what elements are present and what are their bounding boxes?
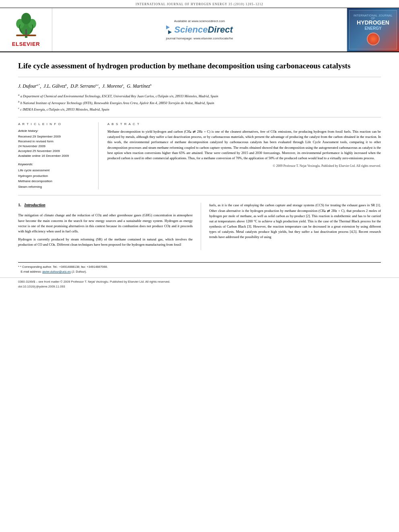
journal-homepage: journal homepage: www.elsevier.com/locat… <box>166 37 233 40</box>
footnote-email-link[interactable]: javier.dufour@urjc.es <box>42 270 71 273</box>
elsevier-tree-icon <box>12 12 40 40</box>
affiliation-a: a a Department of Chemical and Environme… <box>18 93 381 99</box>
abstract-label: A B S T R A C T <box>107 122 381 126</box>
right-banner-inner: International Journal of HYDROGEN ENERGY <box>349 10 397 49</box>
journal-title: International Journal of Hydrogen Energy… <box>136 2 263 6</box>
main-content: Life cycle assessment of hydrogen produc… <box>0 52 399 250</box>
journal-header: International Journal of Hydrogen Energy… <box>0 0 399 8</box>
footnote-corresponding-text: * Corresponding author. Tel.: +349148881… <box>20 265 108 269</box>
article-info-abstract: A R T I C L E I N F O Article history: R… <box>18 117 381 195</box>
center-banner: Available at www.sciencedirect.com Scien… <box>52 8 347 51</box>
elsevier-logo: ELSEVIER <box>0 8 52 51</box>
svg-point-4 <box>21 13 31 24</box>
author-2: J.L. Gálvez <box>43 83 65 89</box>
svg-rect-6 <box>25 29 27 36</box>
intro-para-1: The mitigation of climate change and the… <box>18 213 193 234</box>
body-left-col: 1. Introduction The mitigation of climat… <box>18 203 201 250</box>
intro-para-2: Hydrogen is currently produced by steam … <box>18 237 193 247</box>
article-info-label: A R T I C L E I N F O <box>18 122 91 126</box>
keyword-4: Steam reforming <box>18 184 91 190</box>
affiliation-c: c c IMDEA Energía, c/Tulipán s/n, 28933 … <box>18 106 381 112</box>
ije-title: International Journal of <box>351 14 395 20</box>
right-banner: International Journal of HYDROGEN ENERGY <box>347 8 399 51</box>
footnote-area: * * Corresponding author. Tel.: +3491488… <box>0 263 399 277</box>
page: International Journal of Hydrogen Energy… <box>0 0 399 532</box>
body-right-col: fuels, as it is the case of employing th… <box>201 203 381 250</box>
sciencedirect-logo: ScienceDirect <box>166 25 233 35</box>
affiliation-b: b b National Institute of Aerospace Tech… <box>18 100 381 106</box>
bottom-bar: 0360-3199/$ – see front matter © 2009 Pr… <box>0 277 399 290</box>
available-text: Available at www.sciencedirect.com <box>174 19 225 23</box>
abstract-text: Methane decomposition to yield hydrogen … <box>107 129 381 161</box>
footnote-corresponding: * * Corresponding author. Tel.: +3491488… <box>18 265 381 269</box>
sd-arrows-icon <box>166 25 172 34</box>
keyword-3: Methane decomposition <box>18 179 91 184</box>
sciencedirect-text: ScienceDirect <box>174 25 233 35</box>
authors: J. Dufoura,*, J.L. Gálvezb, D.P. Serrano… <box>18 77 381 93</box>
body-content: 1. Introduction The mitigation of climat… <box>18 195 381 250</box>
keywords-title: Keywords: <box>18 162 91 166</box>
footnote-email: E-mail address: javier.dufour@urjc.es (J… <box>18 269 381 274</box>
arrow-icon-2 <box>168 30 172 34</box>
abstract-col: A B S T R A C T Methane decomposition to… <box>99 122 381 189</box>
section1-heading: 1. Introduction <box>18 203 193 210</box>
decorative-circle <box>367 33 380 45</box>
bottom-bar-line2: doi:10.1016/j.ijhydene.2009.11.093 <box>18 284 381 289</box>
history-accepted: Accepted 25 November 2009 <box>18 149 91 154</box>
ije-energy: ENERGY <box>364 26 381 31</box>
author-4: J. Moreno <box>102 83 122 89</box>
article-title: Life cycle assessment of hydrogen produc… <box>18 52 381 77</box>
author-3: D.P. Serrano <box>70 83 95 89</box>
history-available: Available online 16 December 2009 <box>18 154 91 158</box>
article-info-col: A R T I C L E I N F O Article history: R… <box>18 122 99 189</box>
abstract-copyright: © 2009 Professor T. Nejat Veziroglu. Pub… <box>107 164 381 168</box>
intro-para-3: fuels, as it is the case of employing th… <box>209 203 381 240</box>
section1-number: 1. <box>18 203 21 207</box>
author-5: G. Martínez <box>127 83 150 89</box>
author-1: J. Dufour <box>18 83 37 89</box>
bottom-bar-line1: 0360-3199/$ – see front matter © 2009 Pr… <box>18 279 381 284</box>
ije-hydrogen: HYDROGEN <box>357 20 389 26</box>
history-revised-label: Received in revised form <box>18 139 91 144</box>
history-revised-date: 24 November 2009 <box>18 144 91 149</box>
section1-title: Introduction <box>25 203 45 207</box>
affiliations: a a Department of Chemical and Environme… <box>18 93 381 117</box>
banner-row: ELSEVIER Available at www.sciencedirect.… <box>0 8 399 52</box>
elsevier-wordmark: ELSEVIER <box>12 41 40 47</box>
keyword-2: Hydrogen production <box>18 173 91 179</box>
history-title: Article history: <box>18 129 91 133</box>
keyword-1: Life cycle assessment <box>18 168 91 173</box>
arrow-icon-1 <box>166 25 170 29</box>
history-received: Received 29 September 2009 <box>18 134 91 139</box>
